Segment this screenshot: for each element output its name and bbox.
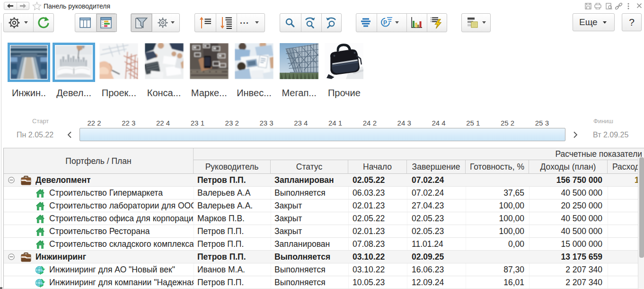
svg-text:P: P (383, 19, 387, 26)
